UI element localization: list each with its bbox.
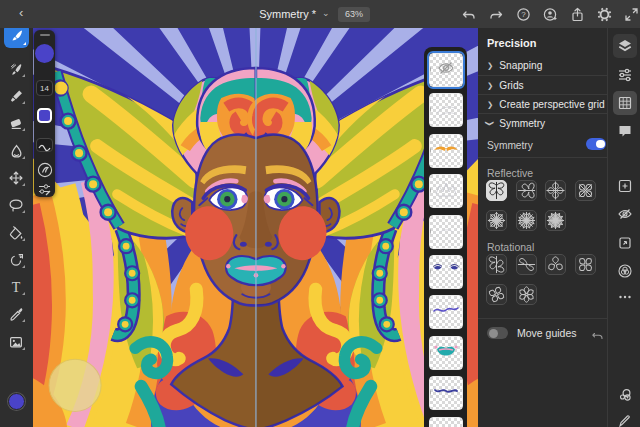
- svg-text:?: ?: [521, 10, 526, 19]
- svg-text:T: T: [12, 280, 21, 294]
